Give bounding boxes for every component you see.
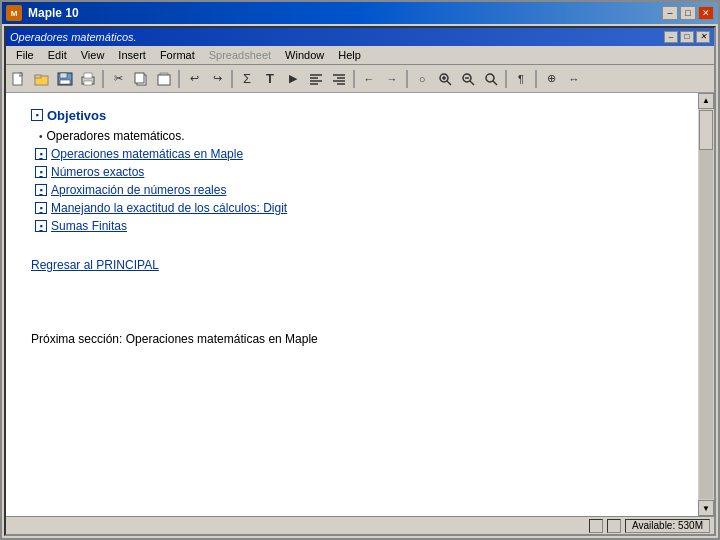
toolbar-sep-1 xyxy=(102,70,104,88)
inner-window: Operadores matemáticos. – □ ✕ File Edit … xyxy=(4,26,716,536)
toolbar-zoom-in[interactable] xyxy=(434,68,456,90)
title-bar: M Maple 10 – □ ✕ xyxy=(2,2,718,24)
toolbar-sep-5 xyxy=(406,70,408,88)
link-aproximacion[interactable]: ▪ Aproximación de números reales xyxy=(31,183,673,197)
toolbar-align-left[interactable] xyxy=(305,68,327,90)
toolbar-sep-7 xyxy=(535,70,537,88)
toolbar-text[interactable]: T xyxy=(259,68,281,90)
svg-rect-12 xyxy=(158,75,170,85)
svg-rect-8 xyxy=(84,81,92,85)
close-button[interactable]: ✕ xyxy=(698,6,714,20)
bottom-note: Próxima sección: Operaciones matemáticas… xyxy=(31,332,673,346)
document-title: Operadores matemáticos. xyxy=(10,31,137,43)
status-empty-1 xyxy=(589,519,603,533)
svg-rect-2 xyxy=(35,75,41,78)
scrollbar: ▲ ▼ xyxy=(698,93,714,517)
toolbar-undo[interactable]: ↩ xyxy=(183,68,205,90)
status-empty-2 xyxy=(607,519,621,533)
svg-rect-4 xyxy=(60,73,67,78)
status-bar: Available: 530M xyxy=(6,516,714,534)
link-exactitud[interactable]: ▪ Manejando la exactitud de los cálculos… xyxy=(31,201,673,215)
toolbar-sep-2 xyxy=(178,70,180,88)
toolbar-redo[interactable]: ↪ xyxy=(206,68,228,90)
minimize-button[interactable]: – xyxy=(662,6,678,20)
inner-title-controls: – □ ✕ xyxy=(664,31,710,43)
title-bar-controls: – □ ✕ xyxy=(662,6,714,20)
toolbar-align-right[interactable] xyxy=(328,68,350,90)
toolbar-sigma[interactable]: Σ xyxy=(236,68,258,90)
toolbar-cut[interactable]: ✂ xyxy=(107,68,129,90)
svg-line-29 xyxy=(493,81,497,85)
scrollbar-thumb[interactable] xyxy=(699,110,713,150)
svg-line-26 xyxy=(470,81,474,85)
menu-bar: File Edit View Insert Format Spreadsheet… xyxy=(6,46,714,66)
toolbar-copy[interactable] xyxy=(130,68,152,90)
link-indicator-3: ▪ xyxy=(35,184,47,196)
toolbar-print[interactable] xyxy=(77,68,99,90)
bullet-text: Operadores matemáticos. xyxy=(47,129,185,143)
inner-title-bar: Operadores matemáticos. – □ ✕ xyxy=(6,28,714,46)
menu-window[interactable]: Window xyxy=(279,48,330,62)
link-indicator-1: ▪ xyxy=(35,148,47,160)
app-title: Maple 10 xyxy=(28,6,79,20)
menu-spreadsheet[interactable]: Spreadsheet xyxy=(203,48,277,62)
link-indicator-2: ▪ xyxy=(35,166,47,178)
toolbar-sep-3 xyxy=(231,70,233,88)
toolbar-crosshair[interactable]: ⊕ xyxy=(540,68,562,90)
bullet-operadores: • Operadores matemáticos. xyxy=(31,129,673,143)
toolbar-move[interactable]: ↔ xyxy=(563,68,585,90)
toolbar-sep-4 xyxy=(353,70,355,88)
section-indicator: ▪ xyxy=(31,109,43,121)
menu-insert[interactable]: Insert xyxy=(112,48,152,62)
app-logo: M xyxy=(6,5,22,21)
menu-help[interactable]: Help xyxy=(332,48,367,62)
scrollbar-track[interactable] xyxy=(699,110,713,500)
main-content: ▪ Objetivos • Operadores matemáticos. ▪ … xyxy=(6,93,714,517)
inner-close-button[interactable]: ✕ xyxy=(696,31,710,43)
toolbar-circle[interactable]: ○ xyxy=(411,68,433,90)
toolbar-save[interactable] xyxy=(54,68,76,90)
toolbar-arrow-left[interactable]: ← xyxy=(358,68,380,90)
svg-rect-7 xyxy=(84,73,92,78)
toolbar-open[interactable] xyxy=(31,68,53,90)
section-objetivos: ▪ Objetivos xyxy=(31,108,673,123)
main-window: M Maple 10 – □ ✕ Operadores matemáticos.… xyxy=(0,0,720,540)
document-area: ▪ Objetivos • Operadores matemáticos. ▪ … xyxy=(6,93,698,517)
scroll-down-button[interactable]: ▼ xyxy=(698,500,714,516)
link-sumas[interactable]: ▪ Sumas Finitas xyxy=(31,219,673,233)
link-indicator-4: ▪ xyxy=(35,202,47,214)
maximize-button[interactable]: □ xyxy=(680,6,696,20)
svg-rect-10 xyxy=(135,73,144,83)
svg-point-28 xyxy=(486,74,494,82)
status-available: Available: 530M xyxy=(625,519,710,533)
bottom-link-container: Regresar al PRINCIPAL xyxy=(31,258,673,272)
link-operaciones[interactable]: ▪ Operaciones matemáticas en Maple xyxy=(31,147,673,161)
toolbar-sep-6 xyxy=(505,70,507,88)
inner-minimize-button[interactable]: – xyxy=(664,31,678,43)
toolbar: ✂ ↩ ↪ Σ T ▶ ← → ○ xyxy=(6,65,714,92)
link-regresar[interactable]: Regresar al PRINCIPAL xyxy=(31,258,159,272)
toolbar-new[interactable] xyxy=(8,68,30,90)
toolbar-execute[interactable]: ▶ xyxy=(282,68,304,90)
menu-format[interactable]: Format xyxy=(154,48,201,62)
bullet-dot: • xyxy=(39,131,43,142)
toolbar-arrow-right[interactable]: → xyxy=(381,68,403,90)
link-numeros[interactable]: ▪ Números exactos xyxy=(31,165,673,179)
svg-line-22 xyxy=(447,81,451,85)
toolbar-paste[interactable] xyxy=(153,68,175,90)
inner-maximize-button[interactable]: □ xyxy=(680,31,694,43)
menu-file[interactable]: File xyxy=(10,48,40,62)
toolbar-zoom-fit[interactable] xyxy=(480,68,502,90)
toolbar-pilcrow[interactable]: ¶ xyxy=(510,68,532,90)
title-bar-left: M Maple 10 xyxy=(6,5,79,21)
section-title-text: Objetivos xyxy=(47,108,106,123)
svg-rect-5 xyxy=(60,80,70,84)
toolbar-zoom-out[interactable] xyxy=(457,68,479,90)
link-indicator-5: ▪ xyxy=(35,220,47,232)
menu-edit[interactable]: Edit xyxy=(42,48,73,62)
menu-view[interactable]: View xyxy=(75,48,111,62)
scroll-up-button[interactable]: ▲ xyxy=(698,93,714,109)
